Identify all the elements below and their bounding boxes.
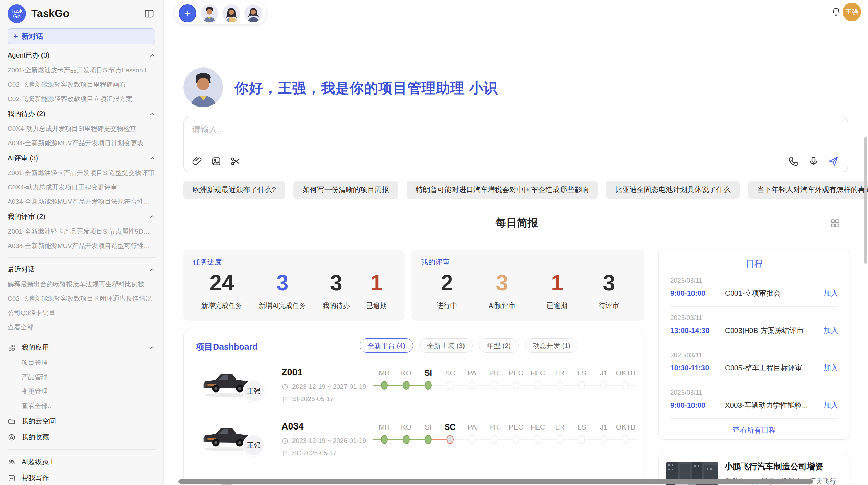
section-items: C0X4-动力总成开发项目SI里程碑提交物检查A034-全新新能源MUV产品开发… bbox=[8, 122, 156, 150]
scissors-icon[interactable] bbox=[230, 156, 241, 167]
microphone-icon[interactable] bbox=[808, 156, 819, 167]
milestone-node bbox=[549, 380, 571, 390]
app: Task Go TaskGo + 新对话 Agent已办 (3) bbox=[0, 0, 868, 485]
agent-avatar-1[interactable] bbox=[201, 4, 218, 22]
recent-chat-item[interactable]: C02-飞腾新能源轻客改款项目的闭环通告反馈情况 bbox=[8, 291, 156, 306]
new-chat-button[interactable]: + 新对话 bbox=[8, 28, 155, 44]
schedule-date: 2025/03/11 bbox=[670, 314, 838, 322]
stat-card: 任务进度 24 新增完成任务 3 新增AI完成任务 bbox=[183, 250, 405, 321]
join-link[interactable]: 加入 bbox=[824, 400, 838, 410]
my-apps-header[interactable]: 我的应用 bbox=[8, 339, 156, 356]
agent-avatar-3[interactable] bbox=[244, 4, 262, 22]
stat-value: 3 bbox=[258, 270, 306, 296]
stat: 3 新增AI完成任务 bbox=[258, 270, 306, 310]
sidebar-task-item[interactable]: Z001-全新燃油皮卡产品开发项目SI节点Lesson Learn报告 bbox=[8, 63, 156, 77]
sidebar-item-favorites[interactable]: 我的收藏 bbox=[8, 429, 156, 445]
sidebar-task-item[interactable]: A034-全新新能源MUV产品开发项目计划变更表编写 bbox=[8, 136, 156, 150]
recent-chats-header[interactable]: 最近对话 bbox=[8, 262, 156, 277]
agent-avatar-2[interactable] bbox=[222, 4, 240, 22]
section-header[interactable]: 我的待办 (2) bbox=[8, 106, 156, 122]
sidebar-task-item[interactable]: C02-飞腾新能源轻客改款项目立项汇报方案 bbox=[8, 92, 156, 106]
phone-call-icon[interactable] bbox=[788, 156, 799, 167]
suggestion-chip[interactable]: 特朗普可能对进口汽车增税会对中国车企造成哪些影响 bbox=[407, 181, 598, 199]
attach-icon[interactable] bbox=[192, 156, 203, 167]
chat-input[interactable] bbox=[192, 124, 673, 135]
sidebar-item-ai-staff[interactable]: AI超级员工 bbox=[8, 454, 156, 470]
dashboard-tab[interactable]: 动总开发 (1) bbox=[525, 338, 578, 353]
project-row[interactable]: 王强 Z001 2023-12-19 ~ 2027-01-19 SI-2025- bbox=[184, 364, 644, 419]
milestone: MR bbox=[373, 367, 395, 390]
user-avatar[interactable]: 王强 bbox=[843, 3, 861, 21]
stat-cards: 任务进度 24 新增完成任务 3 新增AI完成任务 bbox=[183, 250, 644, 321]
suggestion-chip[interactable]: 比亚迪全固态电池计划具体说了什么 bbox=[606, 181, 740, 199]
join-link[interactable]: 加入 bbox=[824, 288, 838, 298]
dashboard-tab[interactable]: 年型 (2) bbox=[479, 338, 519, 353]
my-apps-title: 我的应用 bbox=[22, 343, 143, 352]
clock-icon bbox=[281, 383, 289, 390]
vertical-scrollbar[interactable] bbox=[864, 137, 867, 264]
sidebar-item-help-write[interactable]: 帮我写作 bbox=[8, 470, 156, 485]
task-section-list: Agent已办 (3) Z001-全新燃油皮卡产品开发项目SI节点Lesson … bbox=[8, 48, 156, 253]
layout-grid-icon[interactable] bbox=[830, 218, 841, 229]
sidebar-task-item[interactable]: A034-全新新能源MUV产品开发项目造型可行性评审 bbox=[8, 239, 156, 253]
stat-value: 3 bbox=[323, 270, 350, 296]
dashboard-tab[interactable]: 全新平台 (4) bbox=[360, 338, 413, 353]
sidebar-task-item[interactable]: C0X4-动力总成开发项目工程变更评审 bbox=[8, 180, 156, 195]
project-row[interactable]: 王强 A034 2023-12-19 ~ 2026-01-19 SC-2025- bbox=[184, 419, 644, 473]
sidebar-task-item[interactable]: A034-全新新能源MUV产品开发项目法规符合性评审 bbox=[8, 195, 156, 209]
milestone-label: MR bbox=[373, 367, 395, 380]
horizontal-scrollbar[interactable] bbox=[178, 479, 813, 484]
section-header[interactable]: Agent已办 (3) bbox=[8, 48, 156, 63]
project-owner-badge: 王强 bbox=[243, 380, 265, 402]
collapse-sidebar-icon[interactable] bbox=[144, 9, 154, 19]
milestone-dot bbox=[403, 435, 410, 444]
join-link[interactable]: 加入 bbox=[824, 326, 838, 335]
recent-chat-item[interactable]: 公司Q3轻卡销量 bbox=[8, 306, 156, 320]
milestone-label: PR bbox=[483, 367, 505, 380]
view-all-schedule-link[interactable]: 查看所有日程 bbox=[659, 425, 850, 435]
dashboard-tabs: 全新平台 (4)全新上装 (3)年型 (2)动总开发 (1) bbox=[360, 338, 578, 353]
milestone: OKTB bbox=[615, 367, 637, 390]
stat-label: 新增AI完成任务 bbox=[258, 301, 306, 310]
dashboard-tab[interactable]: 全新上装 (3) bbox=[419, 338, 473, 353]
recent-chat-item[interactable]: 解释最新出台的欧盟报废车法规再生塑料比例被调至15%... bbox=[8, 277, 156, 291]
milestone-node bbox=[417, 380, 439, 390]
milestone: PR bbox=[483, 367, 505, 390]
milestone-label: LS bbox=[571, 367, 593, 380]
milestone-track: MR KO bbox=[373, 367, 637, 390]
milestone-dot bbox=[491, 435, 497, 444]
suggestion-chip[interactable]: 当下年轻人对汽车外观有怎样的喜好趋势 bbox=[748, 181, 868, 199]
milestone-label: SC bbox=[439, 421, 461, 434]
milestone-node bbox=[461, 380, 483, 390]
suggestion-chip[interactable]: 欧洲新规最近颁布了什么? bbox=[183, 181, 285, 199]
section-header[interactable]: 我的评审 (2) bbox=[8, 209, 156, 224]
stat-value: 2 bbox=[437, 270, 457, 296]
input-left-icons bbox=[192, 156, 241, 167]
sidebar-task-item[interactable]: Z001-全新燃油轻卡产品开发项目SI造型提交物评审 bbox=[8, 166, 156, 180]
app-item[interactable]: 项目管理 bbox=[22, 356, 156, 370]
add-agent-button[interactable]: + bbox=[179, 4, 196, 22]
app-item[interactable]: 产品管理 bbox=[22, 370, 156, 384]
chevron-up-icon bbox=[149, 344, 156, 351]
sidebar-item-cloud-space[interactable]: 我的云空间 bbox=[8, 413, 156, 429]
milestone: LR bbox=[549, 367, 571, 390]
sidebar-task-item[interactable]: Z001-全新燃油轻卡产品开发项目SI节点属性5D文件评审 bbox=[8, 224, 156, 239]
image-icon[interactable] bbox=[211, 156, 222, 167]
schedule-event-title: C003|H0B-方案冻结评审 bbox=[725, 326, 824, 335]
app-item[interactable]: 查看全部.. bbox=[22, 399, 156, 413]
milestone-dot bbox=[556, 435, 563, 444]
milestone-dot bbox=[425, 435, 432, 444]
notifications-bell-icon[interactable] bbox=[831, 6, 841, 17]
sidebar-task-item[interactable]: C02-飞腾新能源轻客改款项目里程碑画布 bbox=[8, 77, 156, 92]
join-link[interactable]: 加入 bbox=[824, 363, 838, 373]
schedule-list: 2025/03/11 9:00-10:00 C001-立项审批会 加入 2025… bbox=[659, 277, 850, 419]
suggestion-chip[interactable]: 如何写一份清晰的项目周报 bbox=[293, 181, 398, 199]
section-header[interactable]: AI评审 (3) bbox=[8, 150, 156, 166]
app-item[interactable]: 变更管理 bbox=[22, 384, 156, 399]
send-icon[interactable] bbox=[828, 156, 839, 167]
recent-chat-item[interactable]: 查看全部... bbox=[8, 320, 156, 335]
logo-line1: Task bbox=[11, 8, 23, 14]
stat-label: 待评审 bbox=[599, 301, 619, 310]
sidebar-task-item[interactable]: C0X4-动力总成开发项目SI里程碑提交物检查 bbox=[8, 122, 156, 136]
milestone-dot bbox=[469, 435, 475, 444]
